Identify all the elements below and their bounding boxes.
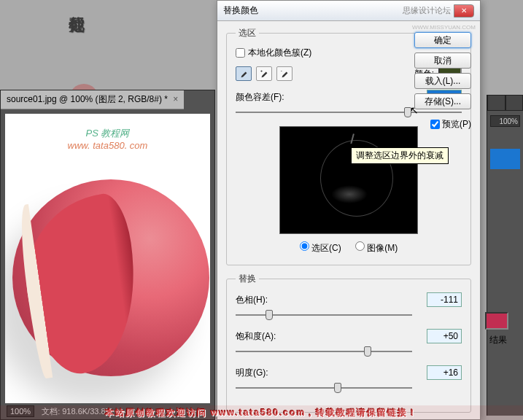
eyedropper-subtract-tool[interactable]: - [276,66,293,81]
document-tab-label: source01.jpg @ 100% (图层 2, RGB/8#) * [7,94,168,104]
radio-selection[interactable]: 选区(C) [300,243,341,253]
selection-legend: 选区 [236,27,259,39]
forum-text: 思缘设计论坛 [403,5,451,16]
lightness-label: 明度(G): [236,367,427,379]
hue-label: 色相(H): [236,294,427,306]
lightness-slider[interactable] [236,381,412,394]
tooltip: 调整选区边界外的衰减 [351,147,449,164]
saturation-label: 饱和度(A): [236,330,427,343]
panel-tab[interactable] [487,95,505,111]
selection-preview[interactable] [279,126,418,234]
hue-slider[interactable] [236,308,412,322]
document-window: source01.jpg @ 100% (图层 2, RGB/8#) * × P… [0,90,215,420]
close-icon[interactable]: × [173,94,178,104]
footer-watermark: 本站原创教程欢迎访问 www.tata580.com，转载教程请保留链接！ [0,405,523,420]
document-tab[interactable]: source01.jpg @ 100% (图层 2, RGB/8#) * × [1,90,184,109]
fuzziness-label: 颜色容差(F): [236,91,427,104]
result-color-swatch[interactable] [485,312,508,330]
close-button[interactable]: ✕ [454,4,474,18]
dialog-button-column: 确定 取消 载入(L)... 存储(S)... 预览(P) [414,32,471,131]
radio-image[interactable]: 图像(M) [355,243,398,253]
localized-label: 本地化颜色簇(Z) [248,47,311,59]
lightness-input[interactable] [427,365,462,380]
replace-legend: 替换 [236,273,259,285]
preview-checkbox[interactable]: 预览(P) [414,118,471,131]
right-panel: 100% [487,95,523,416]
replace-group: 替换 色相(H): 饱和度(A): 明度(G): [226,273,471,413]
panel-tab[interactable] [505,95,524,111]
panel-zoom-field[interactable]: 100% [490,115,520,127]
layer-highlight[interactable] [490,149,520,169]
watermark-text: PS 教程网 [86,127,130,140]
eyedropper-tool[interactable] [236,66,252,81]
localized-checkbox[interactable] [236,48,245,58]
svg-text:+: + [260,69,263,73]
hue-input[interactable] [427,292,462,307]
cancel-button[interactable]: 取消 [414,52,471,69]
svg-text:-: - [281,69,282,73]
load-button[interactable]: 载入(L)... [414,73,471,89]
apple-image [5,165,210,391]
result-label: 结果 [489,334,507,346]
dialog-title: 替换颜色 [223,4,258,17]
canvas[interactable]: PS 教程网 www. tata580. com [5,114,210,405]
watermark-url: www. tata580. com [68,140,148,151]
saturation-slider[interactable] [236,345,412,358]
dialog-titlebar[interactable]: 替换颜色 思缘设计论坛 ✕ [217,1,480,21]
eyedropper-add-tool[interactable]: + [256,66,272,81]
ok-button[interactable]: 确定 [414,32,471,48]
saturation-input[interactable] [427,329,462,343]
save-button[interactable]: 存储(S)... [414,93,471,109]
